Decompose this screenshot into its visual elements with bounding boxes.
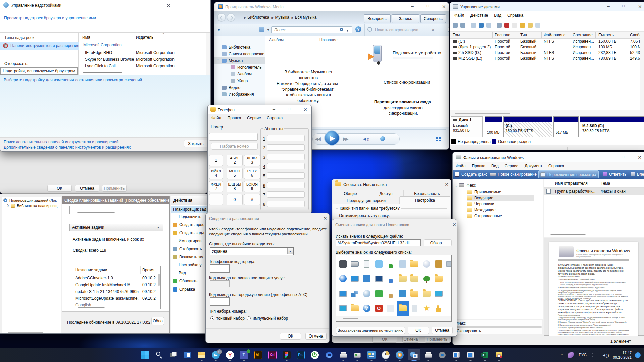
taskbar-start[interactable] (138, 348, 152, 362)
phone-menu-help[interactable]: Справка (264, 116, 286, 120)
folder-up-icon[interactable] (520, 23, 525, 28)
dial-button[interactable]: Набрать номер (211, 143, 258, 150)
icon-key[interactable] (433, 257, 445, 271)
icon-document-clock[interactable] (361, 257, 373, 271)
tasks-col-name[interactable]: Название задачи (75, 268, 107, 272)
taskbar-explorer[interactable] (195, 348, 209, 362)
sync-options-icon[interactable] (448, 27, 449, 32)
sync-overflow-icon[interactable]: » (432, 27, 434, 32)
country-dropdown-button[interactable]: ▼ (287, 248, 293, 254)
wmp-tree-музыка[interactable]: ⌄Музыка (214, 57, 265, 64)
fax-menu-view[interactable]: Вид (488, 164, 502, 168)
learn-more-link[interactable]: Дополнительные сведения о панелях инстру… (4, 145, 131, 150)
hidden-ok-button[interactable]: ОК (47, 185, 72, 192)
icon-cd-music[interactable] (420, 257, 433, 271)
fax-tree-item[interactable]: Черновики (467, 201, 534, 207)
action-item[interactable]: Создать прос (171, 221, 208, 228)
disk-partition[interactable]: (C:)150,00 ГБ NTFS (503, 116, 552, 137)
key-9[interactable]: ЬЭЮЯ9 (244, 181, 260, 192)
icon-window[interactable] (373, 257, 385, 271)
disk-table-row[interactable]: 2.5 SSD (D:)ПростойБазовыйNTFSИсправен23… (450, 50, 644, 56)
pen-icon[interactable] (568, 352, 574, 358)
provider-code-input[interactable] (210, 280, 230, 287)
menu-file[interactable]: Файл (451, 13, 467, 18)
taskbar-task-view[interactable] (166, 348, 180, 362)
sync-start-label[interactable]: Начать синхронизацию (375, 28, 418, 32)
help-icon2[interactable] (479, 23, 484, 28)
scroll-up-icon[interactable]: ⌃ (162, 33, 165, 36)
wmp-search-box[interactable]: Поиск ▼ (271, 26, 352, 33)
key-0[interactable]: 0 (227, 194, 243, 205)
tab-sharing[interactable]: Доступ (368, 190, 404, 197)
disk-table-row[interactable]: M.2 SSD (E:)ПростойБазовыйNTFSИсправен..… (450, 56, 644, 61)
diskmgmt-titlebar[interactable]: Управление дисками – □ ✕ (450, 2, 644, 11)
key-7[interactable]: ФХЦЧ7 (209, 181, 223, 192)
diskmgmt-close-button[interactable]: ✕ (638, 4, 642, 9)
disk-table-row[interactable]: (Диск 1 раздел 2)ПростойБазовыйИсправен.… (450, 44, 644, 50)
disk-col-header[interactable]: Тип (520, 33, 527, 37)
icon-folder-up[interactable] (433, 271, 445, 286)
slot-input[interactable] (267, 201, 305, 207)
changeicon-ok-button[interactable]: ОК (408, 327, 429, 334)
window-icon[interactable] (471, 23, 476, 28)
menu-action[interactable]: Действие (467, 13, 491, 18)
fax-maximize-button[interactable]: □ (622, 155, 624, 159)
menu-view[interactable]: Вид (491, 13, 504, 18)
taskbar-fax-device[interactable] (336, 348, 350, 362)
taskbar-disk-management[interactable] (449, 348, 463, 362)
task-row-name[interactable]: AdobeGCInvoker-1.0 (75, 276, 113, 280)
play-button[interactable]: ▶ (324, 130, 340, 146)
tab-general[interactable]: Общие (333, 190, 368, 197)
taskbar-excel[interactable]: X (478, 348, 492, 362)
fax-list-hscroll[interactable] (550, 234, 586, 235)
fax-tree-item[interactable]: Входящие (467, 195, 534, 201)
addons-subtitle-link[interactable]: Просмотр надстроек браузера и управление… (4, 16, 96, 20)
icon-recycle-bin[interactable] (397, 257, 409, 271)
slot-input[interactable] (267, 172, 305, 179)
icon-network[interactable] (349, 286, 361, 301)
check-icon[interactable] (512, 23, 517, 28)
hidden-apply-button[interactable]: Применить (102, 185, 127, 192)
wmp-col-album[interactable]: Альбом (269, 38, 284, 42)
slot-input[interactable] (267, 163, 305, 169)
taskbar-fax-scan[interactable] (421, 348, 435, 362)
disk-col-header[interactable]: Располо... (495, 33, 514, 37)
delete-icon[interactable] (504, 23, 509, 28)
taskbar-phone-dialer[interactable] (492, 348, 506, 362)
search-dropdown-icon[interactable]: ▼ (346, 29, 349, 32)
language-indicator[interactable]: РУС (576, 353, 590, 357)
help-icon[interactable]: ? (355, 26, 361, 32)
city-code-input[interactable] (210, 264, 230, 273)
taskbar-timer[interactable] (308, 348, 322, 362)
tasks-hscroll[interactable] (78, 307, 105, 308)
wmp-minimize-button[interactable]: – (411, 3, 414, 9)
slot-input[interactable] (267, 135, 305, 141)
magnifier-icon[interactable] (497, 23, 502, 28)
slot-input[interactable] (267, 191, 305, 198)
fax-menu-help[interactable]: Справка (545, 164, 567, 168)
taskbar-photoshop[interactable]: Ps (294, 348, 308, 362)
fax-col-subject[interactable]: Тема (601, 181, 610, 186)
fax-minimize-button[interactable]: – (606, 154, 609, 159)
addons-hscroll[interactable] (83, 72, 122, 73)
pulse-radio[interactable]: импульсный набор (247, 316, 288, 321)
taskbar-alarms[interactable] (379, 348, 393, 362)
action-item[interactable]: Планировщик зад (171, 206, 208, 213)
next-button[interactable]: |▶▶ (343, 137, 348, 141)
disk1-label-cell[interactable]: Диск 1 Базовый 931,50 ГБ (451, 116, 483, 137)
taskbar-teams[interactable]: T (237, 348, 251, 362)
diskmgmt-maximize-button[interactable]: □ (622, 4, 625, 8)
icon-monitor-flat[interactable] (337, 301, 349, 316)
restore-defaults-button[interactable]: Восстановить значения по умолчанию (336, 327, 405, 334)
new-scan-button[interactable]: Новое сканирование (498, 172, 537, 177)
icon-folder-fonts[interactable] (409, 286, 421, 301)
disk-col-header[interactable]: Емкость (598, 33, 614, 37)
action-item[interactable]: Обновить (171, 277, 208, 285)
icon-folder-computer[interactable] (420, 286, 433, 301)
key-8[interactable]: ШЩЪЫ8 (227, 181, 243, 192)
taskbar-telegram[interactable]: 12 (209, 348, 223, 362)
slot-number[interactable]: 6 (263, 183, 265, 188)
phone-menu-file[interactable]: Файл (208, 116, 225, 120)
icon-recycle-empty[interactable] (385, 301, 397, 316)
key-hash[interactable]: # (244, 194, 260, 205)
